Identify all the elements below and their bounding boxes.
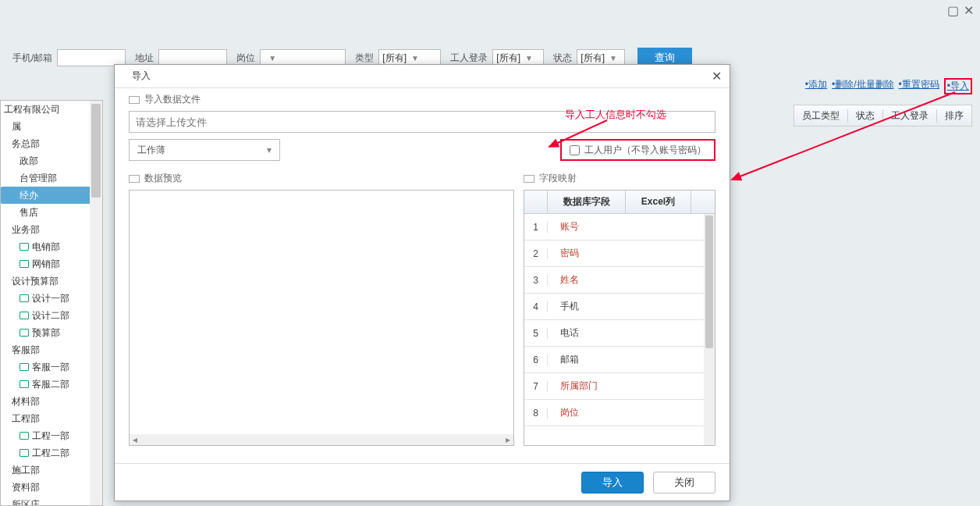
tree-scrollbar[interactable] <box>90 101 102 505</box>
map-row-index: 4 <box>524 301 548 312</box>
tree-item[interactable]: 所区庄 <box>1 496 102 506</box>
worker-user-checkbox[interactable] <box>570 145 580 155</box>
chevron-down-icon: ▾ <box>267 144 272 155</box>
type-label: 类型 <box>355 52 374 65</box>
tree-item-label: 资料部 <box>12 479 40 496</box>
tree-item[interactable]: 务总部 <box>1 135 102 152</box>
map-row[interactable]: 2密码 <box>524 241 704 267</box>
tree-item[interactable]: 售店 <box>1 204 102 221</box>
delete-link[interactable]: •删除/批量删除 <box>832 78 894 94</box>
scrollbar-thumb[interactable] <box>91 104 101 198</box>
modal-title: 导入 <box>132 69 151 83</box>
chevron-down-icon: ▼ <box>525 54 533 62</box>
data-preview-pane: ◂▸ <box>129 190 514 446</box>
mapping-section-title: 字段映射 <box>539 172 577 185</box>
modal-close-icon[interactable]: ✕ <box>712 69 722 84</box>
tree-item[interactable]: 资料部 <box>1 479 102 496</box>
map-head-excelcol: Excel列 <box>626 191 691 213</box>
add-link[interactable]: •添加 <box>805 78 827 94</box>
mapping-section-header: 字段映射 <box>524 167 715 190</box>
map-row-field: 邮箱 <box>548 353 626 366</box>
tree-item[interactable]: 工程部 <box>1 410 102 427</box>
tree-item-label: 施工部 <box>12 461 40 479</box>
tree-item[interactable]: 电销部 <box>1 238 102 255</box>
field-mapping-table: 数据库字段 Excel列 1账号2密码3姓名4手机5电话6邮箱7所属部门8岗位 <box>524 190 715 446</box>
tree-item[interactable]: 设计预算部 <box>1 273 102 290</box>
tree-item-label: 预算部 <box>32 324 60 341</box>
department-tree: 工程有限公司属务总部政部台管理部经办售店业务部电销部网销部设计预算部设计一部设计… <box>0 100 103 506</box>
map-row-field: 手机 <box>548 300 626 313</box>
folder-icon <box>20 312 29 319</box>
tree-item[interactable]: 客服一部 <box>1 358 102 376</box>
map-row-index: 1 <box>524 222 548 233</box>
map-row[interactable]: 4手机 <box>524 294 704 320</box>
tree-item[interactable]: 工程一部 <box>1 427 102 444</box>
tree-item[interactable]: 政部 <box>1 152 102 169</box>
folder-icon <box>20 294 29 302</box>
worker-login-label: 工人登录 <box>450 52 488 65</box>
map-row-field: 密码 <box>548 247 626 260</box>
folder-icon <box>20 363 29 371</box>
map-row-field: 姓名 <box>548 273 626 287</box>
workbook-label: 工作薄 <box>137 144 165 157</box>
chevron-down-icon: ▼ <box>609 54 617 62</box>
folder-icon <box>20 329 29 337</box>
chevron-down-icon: ▼ <box>268 54 276 62</box>
tree-item[interactable]: 属 <box>1 118 102 135</box>
tree-item-label: 工程二部 <box>32 444 69 461</box>
map-row[interactable]: 1账号 <box>524 214 704 241</box>
map-row-index: 5 <box>524 328 548 339</box>
address-label: 地址 <box>135 52 154 65</box>
map-row-field: 账号 <box>548 220 626 233</box>
workbook-select[interactable]: 工作薄▾ <box>129 139 280 161</box>
tree-item[interactable]: 材料部 <box>1 393 102 410</box>
map-row[interactable]: 6邮箱 <box>524 347 704 373</box>
modal-header: 导入 ✕ <box>115 65 730 88</box>
tree-item-label: 网销部 <box>32 255 60 273</box>
tree-item-label: 售店 <box>20 204 38 221</box>
tree-item-label: 工程部 <box>12 410 40 427</box>
tree-item[interactable]: 台管理部 <box>1 169 102 187</box>
action-links: •添加 •删除/批量删除 •重置密码 •导入 <box>805 78 972 94</box>
scroll-left-icon[interactable]: ◂ <box>130 434 140 445</box>
scrollbar-thumb[interactable] <box>705 216 713 348</box>
map-row-index: 3 <box>524 275 548 286</box>
map-row[interactable]: 5电话 <box>524 320 704 347</box>
window-minimize-icon[interactable]: ▢ <box>947 3 959 18</box>
reset-password-link[interactable]: •重置密码 <box>899 78 939 94</box>
map-row-index: 7 <box>524 381 548 392</box>
map-row[interactable]: 3姓名 <box>524 267 704 294</box>
tree-item[interactable]: 客服部 <box>1 341 102 358</box>
annotation-text: 导入工人信息时不勾选 <box>565 108 666 122</box>
type-value: [所有] <box>382 52 407 65</box>
monitor-icon <box>129 175 140 183</box>
scroll-right-icon[interactable]: ▸ <box>502 434 513 445</box>
tree-item[interactable]: 施工部 <box>1 461 102 479</box>
status-value: [所有] <box>581 52 605 65</box>
tree-item[interactable]: 业务部 <box>1 221 102 238</box>
tree-item[interactable]: 客服二部 <box>1 376 102 393</box>
tree-item[interactable]: 经办 <box>1 187 102 204</box>
import-button[interactable]: 导入 <box>581 472 644 494</box>
tree-item[interactable]: 预算部 <box>1 324 102 341</box>
map-head-dbfield: 数据库字段 <box>548 191 626 213</box>
worker-user-checkbox-group[interactable]: 工人用户（不导入账号密码） <box>560 139 715 161</box>
window-close-icon[interactable]: ✕ <box>964 3 974 18</box>
map-scrollbar[interactable] <box>704 214 715 445</box>
close-button[interactable]: 关闭 <box>653 472 715 494</box>
tree-item-label: 属 <box>12 118 21 135</box>
modal-footer: 导入 关闭 <box>115 463 730 501</box>
h-scrollbar[interactable]: ◂▸ <box>130 434 513 445</box>
import-link[interactable]: •导入 <box>944 78 972 94</box>
map-row[interactable]: 8岗位 <box>524 400 704 426</box>
folder-icon <box>20 243 29 251</box>
tree-item[interactable]: 工程二部 <box>1 444 102 461</box>
tree-item[interactable]: 工程有限公司 <box>1 101 102 118</box>
tree-item-label: 政部 <box>20 152 38 169</box>
map-row[interactable]: 7所属部门 <box>524 373 704 400</box>
preview-section-title: 数据预览 <box>144 172 182 185</box>
tree-item[interactable]: 设计二部 <box>1 307 102 324</box>
tree-item[interactable]: 设计一部 <box>1 290 102 307</box>
tree-item[interactable]: 网销部 <box>1 255 102 273</box>
import-modal: 导入 ✕ 导入数据文件 工作薄▾ 工人用户（不导入账号密码） 数据预览 ◂▸ 字… <box>114 64 730 501</box>
